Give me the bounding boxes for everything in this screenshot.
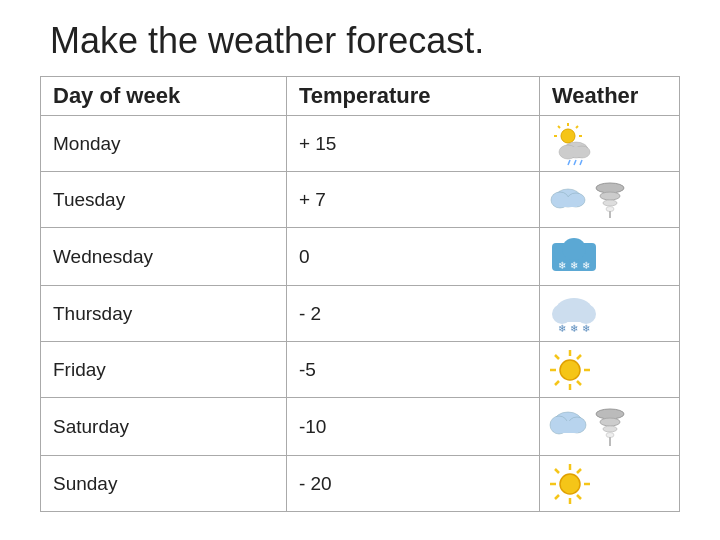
page-container: Make the weather forecast. Day of week T… [0, 0, 720, 540]
svg-text:❄: ❄ [558, 260, 566, 271]
table-row: Sunday - 20 [41, 456, 680, 512]
svg-rect-33 [560, 310, 588, 322]
table-row: Friday -5 [41, 342, 680, 398]
svg-rect-17 [559, 197, 577, 207]
weather-cell [540, 116, 680, 172]
svg-point-51 [600, 418, 620, 426]
weather-cell [540, 172, 680, 228]
weather-cell [540, 456, 680, 512]
svg-line-5 [558, 126, 560, 128]
svg-line-11 [568, 160, 570, 165]
snow-cloud2-icon: ❄ ❄ ❄ [548, 292, 600, 336]
weather-icons [548, 122, 671, 166]
weather-cell [540, 342, 680, 398]
svg-point-37 [560, 360, 580, 380]
svg-point-21 [606, 206, 614, 211]
partly-cloudy-rain-icon [548, 122, 596, 166]
day-cell: Thursday [41, 286, 287, 342]
temp-cell: 0 [286, 228, 539, 286]
weather-icons: ❄ ❄ ❄ [548, 235, 671, 279]
svg-point-53 [606, 432, 614, 437]
temp-cell: - 2 [286, 286, 539, 342]
svg-text:❄: ❄ [570, 323, 578, 334]
day-cell: Saturday [41, 398, 287, 456]
weather-icons [548, 462, 671, 506]
svg-line-63 [577, 495, 581, 499]
svg-line-45 [577, 381, 581, 385]
svg-point-0 [561, 129, 575, 143]
svg-text:❄: ❄ [558, 323, 566, 334]
temp-cell: + 15 [286, 116, 539, 172]
temp-cell: -5 [286, 342, 539, 398]
temp-cell: - 20 [286, 456, 539, 512]
cloud-icon [548, 180, 588, 220]
page-title: Make the weather forecast. [40, 20, 680, 62]
col-header-day: Day of week [41, 77, 287, 116]
svg-text:❄: ❄ [570, 260, 578, 271]
sunny-icon [548, 348, 592, 392]
svg-line-62 [555, 495, 559, 499]
snow-cloud-icon: ❄ ❄ ❄ [548, 235, 600, 279]
day-cell: Tuesday [41, 172, 287, 228]
svg-point-55 [560, 474, 580, 494]
col-header-weather: Weather [540, 77, 680, 116]
svg-line-43 [577, 355, 581, 359]
weather-cell: ❄ ❄ ❄ [540, 286, 680, 342]
svg-line-44 [555, 381, 559, 385]
table-row: Wednesday 0 ❄ ❄ ❄ [41, 228, 680, 286]
svg-point-52 [603, 426, 617, 432]
day-cell: Wednesday [41, 228, 287, 286]
svg-line-61 [577, 469, 581, 473]
svg-rect-10 [566, 147, 586, 157]
table-row: Monday + 15 [41, 116, 680, 172]
svg-point-20 [603, 200, 617, 206]
svg-line-42 [555, 355, 559, 359]
svg-line-13 [580, 160, 582, 165]
table-header-row: Day of week Temperature Weather [41, 77, 680, 116]
svg-line-6 [576, 126, 578, 128]
col-header-temp: Temperature [286, 77, 539, 116]
day-cell: Sunday [41, 456, 287, 512]
forecast-table: Day of week Temperature Weather Monday +… [40, 76, 680, 512]
weather-icons [548, 348, 671, 392]
weather-icons [548, 406, 671, 448]
svg-line-12 [574, 160, 576, 165]
cloud2-icon [548, 406, 588, 448]
weather-icons [548, 180, 671, 220]
weather-cell [540, 398, 680, 456]
table-row: Saturday -10 [41, 398, 680, 456]
svg-point-26 [562, 238, 586, 260]
day-cell: Friday [41, 342, 287, 398]
svg-text:❄: ❄ [582, 323, 590, 334]
day-cell: Monday [41, 116, 287, 172]
weather-cell: ❄ ❄ ❄ [540, 228, 680, 286]
sunny2-icon [548, 462, 592, 506]
tornado2-icon [592, 406, 628, 448]
table-row: Thursday - 2 ❄ ❄ ❄ [41, 286, 680, 342]
table-row: Tuesday + 7 [41, 172, 680, 228]
weather-icons: ❄ ❄ ❄ [548, 292, 671, 336]
svg-text:❄: ❄ [582, 260, 590, 271]
temp-cell: + 7 [286, 172, 539, 228]
temp-cell: -10 [286, 398, 539, 456]
svg-rect-49 [558, 421, 578, 433]
svg-line-60 [555, 469, 559, 473]
svg-point-19 [600, 192, 620, 200]
tornado-icon [592, 180, 628, 220]
